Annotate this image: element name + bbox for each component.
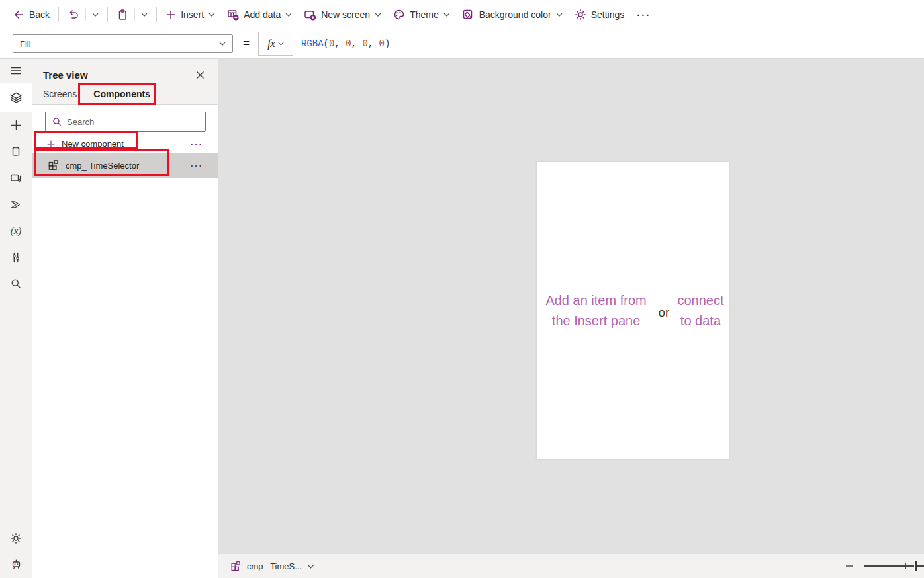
tab-components[interactable]: Components	[93, 89, 150, 104]
back-button[interactable]: Back	[7, 4, 56, 25]
chevron-down-icon	[141, 13, 148, 17]
component-item-more-button[interactable]: ···	[191, 161, 203, 171]
screen-selector[interactable]: cmp_ TimeS...	[230, 561, 314, 572]
component-item-label: cmp_ TimeSelector	[66, 161, 139, 171]
rail-tree-view-button[interactable]	[0, 83, 32, 112]
rail-power-automate-button[interactable]	[0, 191, 32, 218]
formula-function: RGBA	[301, 38, 324, 49]
search-input[interactable]	[45, 112, 206, 132]
rail-insert-button[interactable]	[0, 112, 32, 138]
insert-pane-link[interactable]: Add an item from the Insert pane	[537, 290, 655, 331]
plus-icon	[10, 119, 23, 132]
minus-icon	[845, 565, 854, 567]
add-data-icon	[227, 9, 239, 21]
formula-input[interactable]: RGBA(0, 0, 0, 0)	[301, 38, 390, 49]
toolbar-divider	[156, 7, 157, 22]
fx-dropdown[interactable]: fx	[258, 32, 293, 56]
component-icon	[48, 159, 60, 171]
tab-screens[interactable]: Screens	[43, 89, 77, 104]
toolbar-more-button[interactable]: ···	[630, 9, 657, 21]
theme-button[interactable]: Theme	[387, 4, 456, 25]
rail-variables-button[interactable]: (x)	[0, 218, 32, 244]
media-icon	[10, 172, 23, 185]
rail-media-button[interactable]	[0, 165, 32, 191]
insert-button[interactable]: Insert	[160, 4, 221, 25]
panel-close-button[interactable]	[193, 67, 207, 82]
rail-settings-button[interactable]	[0, 525, 32, 552]
new-component-button[interactable]: New component ···	[32, 135, 218, 153]
toolbar-divider	[58, 7, 59, 22]
hamburger-menu-icon	[9, 64, 23, 77]
formula-arg: 0	[379, 38, 385, 49]
zoom-slider[interactable]	[864, 561, 924, 571]
close-icon	[196, 71, 205, 79]
chevron-down-icon	[556, 13, 563, 17]
zoom-controls	[845, 554, 924, 578]
gear-icon	[575, 9, 586, 21]
property-selector[interactable]: Fill	[13, 34, 233, 53]
rail-advanced-tools-button[interactable]	[0, 244, 32, 270]
settings-label: Settings	[591, 9, 625, 20]
undo-button[interactable]	[62, 4, 85, 25]
top-toolbar: Back Insert	[0, 0, 924, 29]
formula-separator: ,	[334, 38, 346, 49]
paint-bucket-icon	[462, 9, 475, 21]
zoom-slider-tick	[905, 563, 906, 569]
plus-icon	[165, 9, 176, 20]
formula-separator: ,	[351, 38, 363, 49]
toolbar-divider	[107, 7, 108, 22]
zoom-slider-thumb[interactable]	[914, 561, 917, 571]
add-data-button[interactable]: Add data	[221, 4, 298, 25]
chevron-down-icon	[443, 13, 450, 17]
tree-view-tabs: Screens Components	[43, 89, 207, 104]
theme-label: Theme	[410, 9, 439, 20]
chevron-down-icon	[285, 13, 292, 17]
paste-button[interactable]	[111, 4, 134, 25]
equals-sign: =	[243, 37, 250, 50]
tree-view-header: Tree view Screens Components	[32, 59, 218, 105]
background-color-button[interactable]: Background color	[456, 4, 569, 25]
rail-data-button[interactable]	[0, 138, 32, 165]
component-artboard[interactable]: Add an item from the Insert pane or conn…	[537, 162, 729, 459]
undo-dropdown[interactable]	[86, 4, 105, 25]
rail-search-button[interactable]	[0, 270, 32, 297]
gear-icon	[10, 532, 22, 544]
formula-arg: 0	[346, 38, 351, 49]
rail-bottom-group	[0, 525, 32, 578]
back-label: Back	[29, 9, 50, 20]
robot-icon	[10, 559, 23, 571]
formula-paren: (	[324, 38, 329, 49]
fx-label: fx	[267, 38, 275, 50]
zoom-out-button[interactable]	[845, 565, 854, 567]
new-screen-button[interactable]: New screen	[298, 4, 387, 25]
chevron-down-icon	[278, 42, 284, 46]
search-box	[32, 105, 218, 135]
empty-state-message: Add an item from the Insert pane or conn…	[537, 290, 729, 331]
chevron-down-icon	[208, 13, 215, 17]
chevron-down-icon	[375, 13, 381, 17]
settings-button[interactable]: Settings	[569, 4, 631, 25]
sliders-icon	[10, 251, 22, 263]
background-color-label: Background color	[479, 9, 551, 20]
chevron-down-icon	[92, 13, 99, 17]
new-component-label: New component	[62, 139, 124, 149]
formula-arg: 0	[362, 38, 367, 49]
property-selected-value: Fill	[20, 39, 31, 49]
connect-to-data-link[interactable]: connect to data	[672, 290, 728, 331]
database-icon	[10, 145, 22, 157]
status-bar: cmp_ TimeS...	[218, 554, 924, 578]
search-icon	[10, 278, 22, 290]
left-rail: (x)	[0, 59, 32, 578]
rail-virtual-agents-button[interactable]	[0, 552, 32, 578]
paste-dropdown[interactable]	[135, 4, 154, 25]
formula-separator: ,	[368, 38, 379, 49]
component-tree-item[interactable]: cmp_ TimeSelector ···	[32, 153, 218, 178]
panel-title: Tree view	[43, 69, 88, 81]
rail-menu-button[interactable]	[0, 59, 32, 83]
formula-bar: Fill = fx RGBA(0, 0, 0, 0)	[0, 29, 924, 59]
chevron-down-icon	[219, 42, 226, 46]
variables-icon: (x)	[11, 226, 22, 237]
insert-label: Insert	[181, 9, 204, 20]
tree-view-layers-icon	[10, 91, 23, 104]
new-component-more-button[interactable]: ···	[191, 139, 203, 149]
